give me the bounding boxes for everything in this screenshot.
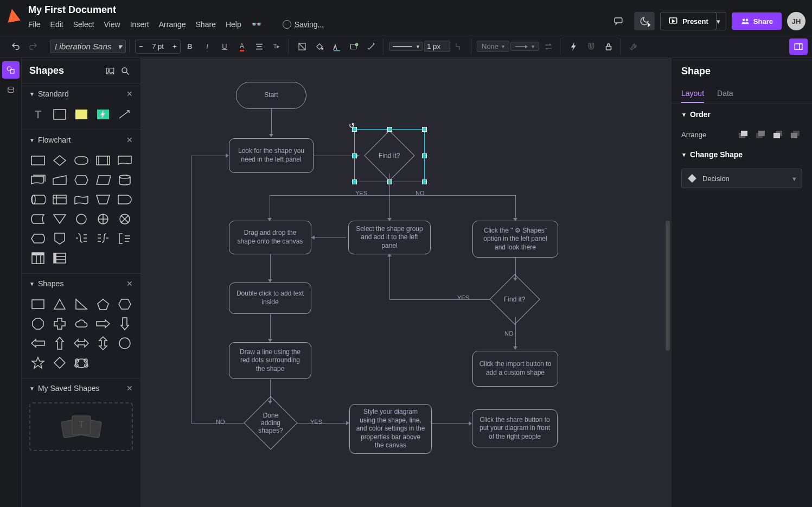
node-start[interactable]: Start [236, 82, 306, 109]
send-backward-button[interactable] [771, 129, 785, 140]
sh-arrow-left[interactable] [29, 336, 47, 351]
sh-circle[interactable] [116, 336, 133, 351]
tab-data[interactable]: Data [717, 85, 733, 103]
line-width-input[interactable] [424, 41, 450, 52]
fc-process[interactable] [29, 153, 47, 168]
sh-arrow-ud[interactable] [94, 336, 112, 351]
fc-document[interactable] [116, 153, 133, 168]
sh-arrow-up[interactable] [51, 336, 68, 351]
section-standard[interactable]: ▼Standard ✕ [22, 84, 140, 104]
menu-arrange[interactable]: Arrange [159, 20, 186, 29]
note-shape[interactable] [73, 107, 90, 122]
document-title[interactable]: My First Document [28, 4, 608, 16]
section-order[interactable]: ▼Order [672, 104, 812, 125]
fc-database[interactable] [116, 172, 133, 188]
fc-offpage[interactable] [51, 231, 68, 246]
fc-preparation[interactable] [73, 172, 90, 188]
section-shapes[interactable]: ▼Shapes ✕ [22, 274, 140, 293]
node-style[interactable]: Style your diagram using the shape, line… [349, 404, 432, 454]
italic-button[interactable]: I [199, 38, 215, 55]
saving-status[interactable]: Saving... [283, 20, 324, 29]
font-size-increase[interactable]: + [169, 40, 180, 53]
sh-right-tri[interactable] [73, 297, 90, 312]
fc-directdata[interactable] [29, 192, 47, 207]
canvas-scrollbar[interactable] [666, 221, 670, 351]
node-double-click[interactable]: Double click to add text inside [229, 283, 311, 314]
sh-triangle[interactable] [51, 297, 68, 312]
border-color-button[interactable] [329, 38, 345, 55]
present-dropdown[interactable]: ▾ [711, 12, 726, 30]
fc-brace-right[interactable] [73, 231, 90, 246]
lock-button[interactable] [600, 38, 617, 55]
fc-data[interactable] [94, 172, 112, 188]
close-icon[interactable]: ✕ [126, 279, 133, 288]
fc-decision[interactable] [51, 153, 68, 168]
sh-diamond[interactable] [51, 355, 68, 370]
fill-button[interactable] [294, 38, 310, 55]
undo-button[interactable] [8, 38, 24, 55]
bring-forward-button[interactable] [753, 129, 768, 140]
share-button[interactable]: Share [732, 12, 782, 30]
text-color-button[interactable]: A [234, 38, 250, 55]
image-icon[interactable] [103, 63, 118, 79]
magic-button[interactable] [363, 38, 380, 55]
bold-button[interactable]: B [182, 38, 198, 55]
bring-front-button[interactable] [736, 129, 750, 140]
font-size-input[interactable] [146, 42, 169, 50]
rail-data-button[interactable] [2, 82, 20, 99]
node-drawline[interactable]: Draw a line using the red dots surroundi… [229, 342, 311, 379]
fc-multidoc[interactable] [29, 172, 47, 188]
sh-pentagon[interactable] [94, 297, 112, 312]
node-select-group[interactable]: Select the shape group and add it to the… [348, 221, 431, 254]
line-style-select[interactable]: ▾ [389, 42, 423, 51]
sh-rect[interactable] [29, 297, 47, 312]
sh-cross[interactable] [51, 316, 68, 331]
node-import[interactable]: Click the import button to add a custom … [472, 351, 558, 387]
action-shape[interactable] [94, 107, 112, 122]
fc-swimlane-v[interactable] [29, 251, 47, 266]
node-look[interactable]: Look for the shape you need in the left … [229, 138, 314, 173]
fc-swimlane-h[interactable] [51, 251, 68, 266]
fc-manual-input[interactable] [51, 172, 68, 188]
user-avatar[interactable]: JH [787, 12, 805, 30]
shape-options-button[interactable] [346, 38, 362, 55]
sh-cloud[interactable] [73, 316, 90, 331]
close-icon[interactable]: ✕ [126, 384, 133, 393]
fc-merge[interactable] [51, 211, 68, 227]
fc-predefined[interactable] [94, 153, 112, 168]
menu-edit[interactable]: Edit [50, 20, 63, 29]
arrow-line-shape[interactable] [116, 107, 133, 122]
fc-display[interactable] [29, 231, 47, 246]
underline-button[interactable]: U [216, 38, 233, 55]
comments-icon[interactable] [608, 12, 629, 30]
dark-mode-toggle[interactable] [634, 12, 655, 30]
menu-help[interactable]: Help [226, 20, 241, 29]
rail-shapes-button[interactable] [2, 61, 20, 79]
node-done[interactable]: Done adding shapes? [244, 396, 298, 450]
close-icon[interactable]: ✕ [126, 89, 133, 98]
section-saved[interactable]: ▼My Saved Shapes ✕ [22, 378, 140, 398]
font-family-select[interactable]: Liberation Sans [50, 40, 126, 53]
send-back-button[interactable] [788, 129, 802, 140]
flash-button[interactable] [566, 38, 582, 55]
fc-paper-tape[interactable] [73, 192, 90, 207]
menu-share[interactable]: Share [196, 20, 216, 29]
fc-internal[interactable] [51, 192, 68, 207]
text-align-button[interactable] [251, 38, 267, 55]
start-arrow-select[interactable]: None▾ [477, 41, 509, 52]
menu-view[interactable]: View [104, 20, 120, 29]
node-drag[interactable]: Drag and drop the shape onto the canvas [229, 221, 311, 254]
text-shape[interactable]: T [29, 107, 47, 122]
fc-terminator[interactable] [73, 153, 90, 168]
swap-arrows-button[interactable] [540, 38, 557, 55]
shape-type-select[interactable]: Decision ▾ [681, 169, 802, 188]
menu-insert[interactable]: Insert [130, 20, 149, 29]
sh-hexagon[interactable] [116, 297, 133, 312]
menu-select[interactable]: Select [73, 20, 94, 29]
end-arrow-select[interactable]: ▾ [510, 42, 539, 51]
fc-delay[interactable] [116, 192, 133, 207]
sh-star[interactable] [29, 355, 47, 370]
menu-file[interactable]: File [28, 20, 41, 29]
rect-shape[interactable] [51, 107, 68, 122]
line-route-button[interactable] [451, 38, 468, 55]
